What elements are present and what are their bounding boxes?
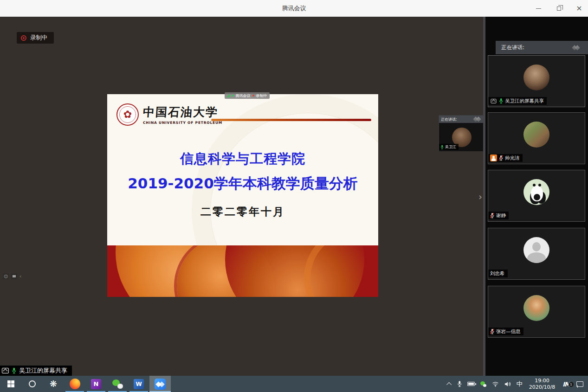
avatar [523, 64, 549, 90]
windows-taskbar: ❋ N W 中 19:00 2020/10/8 IM [0, 376, 588, 392]
mic-muted-icon [490, 328, 494, 334]
ime-label: 中 [517, 380, 523, 388]
wechat-button[interactable] [107, 376, 128, 392]
slide-date: 二零二零年十月 [107, 205, 378, 219]
tencent-meeting-button[interactable] [149, 376, 171, 392]
microphone-icon [457, 380, 462, 387]
ime-badge: 1 [569, 382, 574, 387]
battery-icon [467, 382, 475, 386]
participant-tile[interactable]: 刘忠希 [488, 228, 585, 280]
shared-screen-stage: 录制中 ✿ 中国石油大学 CHINA UNIVERSITY OF PETROLE… [0, 17, 485, 376]
emoji-icon[interactable]: ☺ [3, 273, 9, 279]
wifi-icon [492, 381, 499, 387]
wechat-icon [112, 379, 123, 389]
mic-muted-icon [490, 212, 494, 218]
action-center-icon [576, 381, 583, 387]
participant-name: 帅光洁 [505, 155, 520, 161]
meeting-logo-icon [472, 116, 483, 122]
participant-name: 刘忠希 [490, 270, 505, 277]
cortana-icon [29, 380, 36, 387]
window-title: 腾讯会议 [0, 0, 588, 17]
chevron-left-icon[interactable]: ‹ [19, 273, 21, 279]
word-button[interactable]: W [128, 376, 149, 392]
cortana-button[interactable] [21, 376, 43, 392]
onenote-icon: N [91, 379, 101, 389]
recording-status-dot [252, 95, 254, 96]
university-logo: ✿ [116, 103, 139, 126]
close-button[interactable]: × [574, 3, 584, 13]
tray-volume[interactable] [502, 376, 514, 392]
participant-name: 张岩—信息 [496, 328, 521, 335]
window-titlebar: 腾讯会议 × [0, 0, 588, 17]
university-name-en: CHINA UNIVERSITY OF PETROLEUM [143, 121, 222, 125]
slide-title-line1: 信息科学与工程学院 [107, 150, 378, 168]
stage-share-label: 吴卫江的屏幕共享 [0, 366, 72, 376]
participant-name: 谢静 [496, 212, 506, 219]
start-button[interactable] [0, 376, 21, 392]
participant-tile[interactable]: 帅光洁 [488, 112, 585, 164]
university-emblem-icon: ✿ [123, 109, 132, 120]
windows-logo-icon [7, 380, 14, 387]
participant-tile[interactable]: 吴卫江的屏幕共享 [488, 55, 585, 107]
avatar [523, 295, 549, 321]
meeting-status-dot [232, 95, 234, 96]
sidebar-header-label: 正在讲话: [501, 44, 524, 51]
pill-meeting-label: 腾讯会议 [236, 93, 251, 98]
speaker-icon [504, 381, 511, 387]
pinwheel-icon: ❋ [50, 379, 57, 388]
participant-tile[interactable]: 张岩—信息 [488, 286, 585, 338]
chevron-up-icon [446, 382, 452, 387]
avatar [523, 237, 549, 263]
firefox-icon [70, 379, 80, 389]
recording-badge: 录制中 [17, 32, 54, 44]
keyboard-icon[interactable] [11, 273, 17, 279]
tray-clock[interactable]: 19:00 2020/10/8 [525, 378, 559, 391]
tray-wifi[interactable] [489, 376, 502, 392]
tray-battery[interactable] [465, 376, 478, 392]
minimize-icon [536, 8, 541, 9]
stage-share-name: 吴卫江的屏幕共享 [19, 366, 67, 375]
minimize-button[interactable] [533, 3, 543, 13]
participant-tile[interactable]: 谢静 [488, 170, 585, 222]
pinwheel-app-button[interactable]: ❋ [43, 376, 64, 392]
meeting-logo-icon [571, 45, 582, 51]
clock-date: 2020/10/8 [529, 384, 555, 391]
recording-dot-icon [21, 35, 26, 41]
tray-ime-indicator[interactable]: 中 [514, 376, 525, 392]
word-icon: W [134, 379, 144, 389]
recording-badge-label: 录制中 [30, 34, 48, 42]
system-tray: 中 19:00 2020/10/8 IM 1 [445, 376, 588, 392]
slide-header-rule [211, 119, 371, 121]
slide-footer-artwork [107, 245, 378, 297]
speaking-overlay-speaker: 吴卫江 [445, 144, 456, 149]
screen-share-icon [2, 368, 9, 373]
firefox-button[interactable] [64, 376, 85, 392]
tencent-meeting-window: 腾讯会议 × 录制中 ✿ 中国石油大学 CHINA UNIVERSITY OF … [0, 0, 588, 392]
sidebar-header: 正在讲话: [496, 41, 588, 54]
restore-icon [557, 6, 561, 11]
mic-muted-icon [499, 155, 503, 161]
avatar [523, 122, 549, 148]
action-center-button[interactable] [574, 376, 586, 392]
tencent-meeting-icon [155, 379, 166, 390]
university-name-cn: 中国石油大学 [142, 104, 223, 120]
window-controls: × [533, 0, 584, 17]
presentation-slide: ✿ 中国石油大学 CHINA UNIVERSITY OF PETROLEUM 信… [107, 94, 378, 297]
mic-on-icon [440, 145, 444, 149]
tray-microphone[interactable] [454, 376, 465, 392]
tray-expand-button[interactable] [445, 376, 454, 392]
participants-sidebar: 正在讲话: 吴卫江的屏幕共享 帅光洁 谢静 [485, 17, 588, 376]
onenote-button[interactable]: N [85, 376, 107, 392]
pill-recording-label: 录制中 [256, 93, 267, 98]
screen-share-icon [491, 99, 497, 103]
tray-ime-app[interactable]: IM 1 [559, 379, 574, 388]
slide-title-line2: 2019-2020学年本科教学质量分析 [107, 174, 378, 193]
share-status-pill: 腾讯会议 录制中 [225, 92, 270, 99]
restore-button[interactable] [554, 3, 564, 13]
wechat-icon [480, 381, 486, 387]
close-icon: × [576, 5, 582, 12]
speaking-overlay-header: 正在讲话: [441, 117, 457, 122]
tray-wechat[interactable] [478, 376, 489, 392]
clock-time: 19:00 [535, 378, 549, 384]
mic-on-icon [12, 367, 16, 374]
